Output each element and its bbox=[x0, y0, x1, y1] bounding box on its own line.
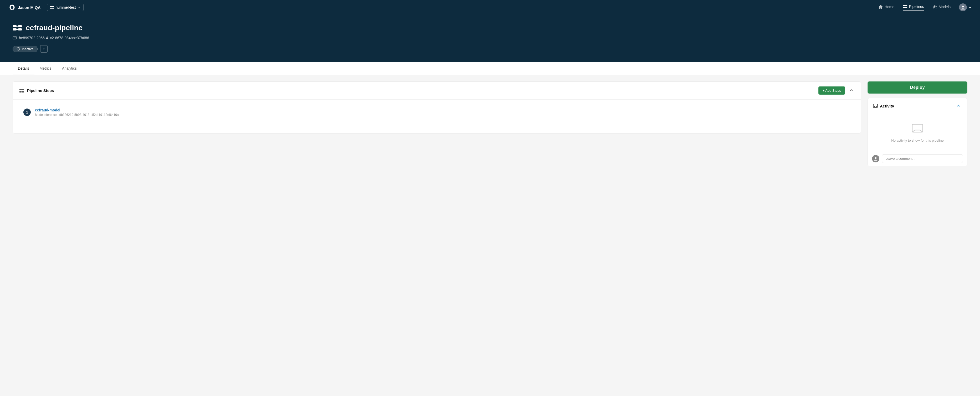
activity-collapse-button[interactable] bbox=[955, 102, 962, 110]
svg-rect-2 bbox=[50, 8, 51, 9]
empty-comment-icon bbox=[911, 123, 924, 135]
workspace-selector[interactable]: hummel-test bbox=[47, 4, 84, 11]
pipeline-hero-icon bbox=[13, 23, 22, 33]
left-panel: Pipeline Steps + Add Steps 1 bbox=[13, 81, 861, 134]
svg-rect-6 bbox=[903, 7, 905, 8]
add-tag-button[interactable]: + bbox=[40, 45, 48, 52]
hero-subtitle: be899702-2966-41c2-8678-984bbe37b686 bbox=[13, 36, 967, 40]
workspace-label: hummel-test bbox=[56, 5, 76, 10]
hero-section: ccfraud-pipeline be899702-2966-41c2-8678… bbox=[0, 15, 980, 62]
nav-models-link[interactable]: Models bbox=[932, 5, 951, 10]
pipeline-steps-card: Pipeline Steps + Add Steps 1 bbox=[13, 81, 861, 134]
workspace-chevron-icon bbox=[78, 6, 81, 9]
nav-pipelines-link[interactable]: Pipelines bbox=[903, 4, 924, 11]
svg-rect-23 bbox=[22, 89, 24, 90]
add-icon: + bbox=[43, 46, 45, 51]
main-content: Pipeline Steps + Add Steps 1 bbox=[0, 75, 980, 173]
pipeline-steps-body: 1 ccfraud-model ModelInference · db32621… bbox=[13, 100, 861, 133]
tab-details[interactable]: Details bbox=[13, 62, 34, 75]
wallaroo-logo-icon bbox=[8, 4, 16, 11]
svg-rect-22 bbox=[19, 89, 22, 90]
chevron-up-icon bbox=[849, 88, 854, 92]
add-steps-button[interactable]: + Add Steps bbox=[818, 86, 845, 95]
step-item: 1 ccfraud-model ModelInference · db32621… bbox=[19, 105, 855, 127]
svg-rect-4 bbox=[903, 5, 905, 6]
nav-pipelines-label: Pipelines bbox=[909, 5, 924, 9]
activity-body: No activity to show for this pipeline bbox=[868, 114, 967, 151]
comment-avatar bbox=[872, 155, 879, 162]
svg-rect-1 bbox=[52, 6, 54, 7]
card-title-text: Pipeline Steps bbox=[27, 88, 54, 93]
workspace-icon bbox=[50, 5, 54, 10]
svg-rect-24 bbox=[19, 91, 22, 92]
step-meta: ModelInference · db326219-5b93-4013-b52d… bbox=[35, 113, 851, 117]
user-menu[interactable] bbox=[959, 3, 972, 11]
svg-rect-14 bbox=[13, 29, 17, 30]
right-panel: Deploy Activity bbox=[867, 81, 967, 166]
svg-point-30 bbox=[875, 157, 877, 159]
svg-rect-25 bbox=[22, 91, 24, 92]
activity-title: Activity bbox=[873, 104, 894, 108]
step-indicator: 1 bbox=[23, 108, 31, 124]
comment-avatar-icon bbox=[873, 156, 878, 161]
svg-rect-15 bbox=[18, 29, 22, 30]
step-id: db326219-5b93-4013-b52d-19112ef6410a bbox=[59, 113, 119, 117]
empty-activity-text: No activity to show for this pipeline bbox=[873, 138, 962, 142]
svg-rect-5 bbox=[905, 5, 907, 6]
hero-badges: Inactive + bbox=[13, 45, 967, 52]
nav-models-label: Models bbox=[939, 5, 951, 9]
status-badge: Inactive bbox=[13, 46, 38, 52]
svg-rect-12 bbox=[13, 25, 17, 27]
step-name[interactable]: ccfraud-model bbox=[35, 108, 851, 112]
nav-home-label: Home bbox=[885, 5, 894, 9]
svg-rect-7 bbox=[905, 7, 907, 8]
activity-header: Activity bbox=[868, 98, 967, 114]
nav-home-link[interactable]: Home bbox=[878, 5, 894, 10]
empty-activity-icon bbox=[911, 123, 924, 135]
svg-rect-3 bbox=[52, 8, 54, 9]
tab-metrics[interactable]: Metrics bbox=[34, 62, 57, 75]
step-connector bbox=[29, 116, 29, 124]
collapse-button[interactable] bbox=[848, 87, 855, 94]
avatar-icon bbox=[960, 5, 966, 10]
svg-point-11 bbox=[962, 6, 964, 8]
deploy-button[interactable]: Deploy bbox=[867, 81, 967, 94]
brand-name: Jason M QA bbox=[18, 5, 41, 10]
pipeline-id: be899702-2966-41c2-8678-984bbe37b686 bbox=[19, 36, 89, 40]
step-number: 1 bbox=[23, 108, 31, 116]
activity-comment-bar bbox=[868, 151, 967, 166]
navbar: Jason M QA hummel-test Home bbox=[0, 0, 980, 15]
svg-rect-13 bbox=[18, 25, 22, 27]
models-icon bbox=[932, 5, 937, 9]
user-chevron-icon bbox=[969, 6, 972, 9]
activity-icon bbox=[873, 104, 878, 108]
step-info: ccfraud-model ModelInference · db326219-… bbox=[35, 108, 851, 117]
id-icon bbox=[13, 36, 17, 40]
card-header: Pipeline Steps + Add Steps bbox=[13, 82, 861, 100]
inactive-icon bbox=[17, 47, 20, 51]
user-avatar[interactable] bbox=[959, 3, 967, 11]
activity-card: Activity No activity to show for this pi… bbox=[867, 98, 967, 166]
step-type: ModelInference bbox=[35, 113, 57, 117]
tabs-bar: Details Metrics Analytics bbox=[0, 62, 980, 75]
svg-point-10 bbox=[934, 6, 935, 7]
status-label: Inactive bbox=[22, 47, 33, 51]
step-separator: · bbox=[57, 113, 59, 117]
navbar-left: Jason M QA hummel-test bbox=[8, 4, 84, 11]
tab-analytics[interactable]: Analytics bbox=[57, 62, 82, 75]
navbar-right: Home Pipelines Models bbox=[878, 3, 972, 11]
comment-input[interactable] bbox=[882, 154, 963, 163]
hero-title: ccfraud-pipeline bbox=[13, 23, 967, 33]
activity-chevron-up-icon bbox=[956, 103, 961, 108]
steps-icon bbox=[19, 88, 24, 93]
home-icon bbox=[878, 5, 883, 9]
pipelines-icon bbox=[903, 4, 907, 9]
card-actions: + Add Steps bbox=[818, 86, 855, 95]
card-title: Pipeline Steps bbox=[19, 88, 54, 93]
pipeline-name: ccfraud-pipeline bbox=[26, 24, 83, 32]
brand-logo: Jason M QA bbox=[8, 4, 41, 11]
svg-rect-0 bbox=[50, 6, 51, 7]
activity-title-text: Activity bbox=[880, 104, 894, 108]
